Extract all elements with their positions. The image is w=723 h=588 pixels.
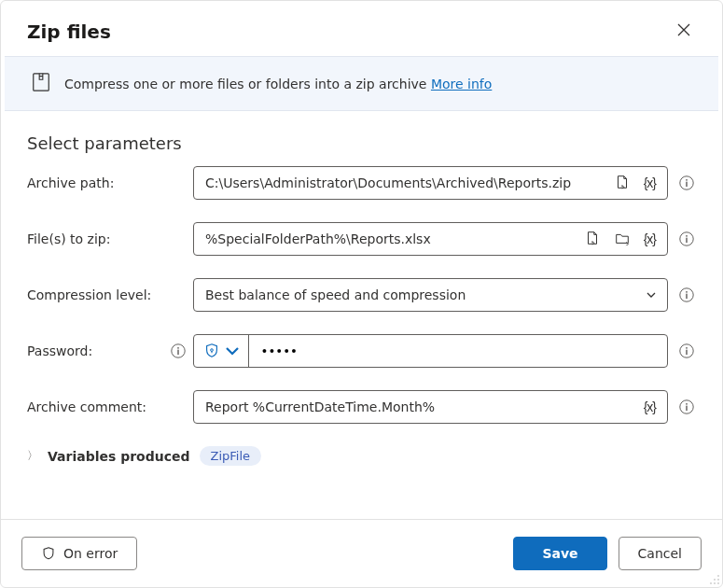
titlebar: Zip files <box>1 1 722 56</box>
zip-files-dialog: Zip files Compress one or more files or … <box>0 0 723 588</box>
svg-point-5 <box>686 235 688 237</box>
variables-produced-row[interactable]: 〉 Variables produced ZipFile <box>27 446 696 466</box>
close-icon <box>677 23 690 36</box>
files-to-zip-field[interactable]: {x} <box>193 222 668 256</box>
svg-rect-9 <box>686 294 687 299</box>
variable-picker-button[interactable]: {x} <box>640 228 660 250</box>
shield-icon <box>203 343 220 359</box>
chevron-right-icon: 〉 <box>27 448 38 464</box>
save-button[interactable]: Save <box>513 537 606 570</box>
info-icon[interactable] <box>677 286 696 304</box>
chevron-down-icon <box>645 288 658 301</box>
variable-pill[interactable]: ZipFile <box>200 446 262 466</box>
footer: On error Save Cancel <box>1 519 722 587</box>
password-field[interactable] <box>193 334 668 368</box>
banner-text: Compress one or more files or folders in… <box>64 77 492 91</box>
label-compression-level: Compression level: <box>27 287 193 302</box>
row-compression-level: Compression level: Best balance of speed… <box>27 278 696 312</box>
svg-point-18 <box>686 403 688 405</box>
braces-icon: {x} <box>644 399 656 414</box>
svg-point-22 <box>717 579 719 581</box>
archive-comment-input[interactable] <box>205 399 640 414</box>
on-error-button[interactable]: On error <box>21 537 137 570</box>
label-files-to-zip: File(s) to zip: <box>27 231 193 246</box>
svg-rect-19 <box>686 406 687 411</box>
section-heading: Select parameters <box>27 133 696 153</box>
info-banner: Compress one or more files or folders in… <box>5 56 718 111</box>
content-area: Select parameters Archive path: {x} <box>1 111 722 519</box>
svg-rect-16 <box>686 350 687 355</box>
row-password: Password: <box>27 334 696 368</box>
row-archive-comment: Archive comment: {x} <box>27 390 696 424</box>
file-arrow-icon <box>614 174 631 190</box>
svg-point-20 <box>717 575 719 577</box>
more-info-link[interactable]: More info <box>431 77 492 91</box>
dialog-title: Zip files <box>27 21 111 43</box>
svg-point-15 <box>686 347 688 349</box>
label-password: Password: <box>27 343 92 358</box>
folder-arrow-icon <box>614 230 631 246</box>
password-mode-dropdown[interactable] <box>194 335 249 367</box>
svg-point-25 <box>717 582 719 584</box>
info-icon[interactable] <box>677 174 696 192</box>
compression-level-value: Best balance of speed and compression <box>205 287 466 302</box>
select-file-button[interactable] <box>580 226 605 253</box>
files-to-zip-input[interactable] <box>205 231 580 246</box>
svg-point-8 <box>686 291 688 293</box>
row-archive-path: Archive path: {x} <box>27 166 696 200</box>
svg-point-23 <box>710 582 712 584</box>
select-folder-button[interactable] <box>610 226 634 253</box>
compression-level-select[interactable]: Best balance of speed and compression <box>193 278 668 312</box>
svg-point-11 <box>177 347 179 349</box>
select-file-button[interactable] <box>610 170 634 197</box>
password-input[interactable] <box>260 343 656 359</box>
label-archive-comment: Archive comment: <box>27 399 193 414</box>
resize-grip-icon[interactable] <box>707 572 720 585</box>
variable-picker-button[interactable]: {x} <box>640 396 660 418</box>
svg-rect-12 <box>177 350 178 355</box>
svg-point-24 <box>714 582 716 584</box>
row-files-to-zip: File(s) to zip: {x} <box>27 222 696 256</box>
info-icon[interactable] <box>677 398 696 416</box>
variables-produced-label: Variables produced <box>48 449 190 464</box>
chevron-down-icon <box>224 343 241 359</box>
braces-icon: {x} <box>644 175 656 190</box>
info-icon[interactable] <box>677 230 696 248</box>
svg-rect-6 <box>686 238 687 243</box>
close-button[interactable] <box>672 18 696 45</box>
info-icon[interactable] <box>169 342 188 360</box>
svg-point-2 <box>686 179 688 181</box>
svg-point-13 <box>211 349 214 352</box>
archive-path-input[interactable] <box>205 175 610 190</box>
file-arrow-icon <box>584 230 601 246</box>
svg-point-21 <box>714 579 716 581</box>
cancel-button[interactable]: Cancel <box>619 537 702 570</box>
archive-comment-field[interactable]: {x} <box>193 390 668 424</box>
braces-icon: {x} <box>644 231 656 246</box>
info-icon[interactable] <box>677 342 696 360</box>
svg-rect-3 <box>686 182 687 187</box>
variable-picker-button[interactable]: {x} <box>640 172 660 194</box>
shield-outline-icon <box>41 546 56 561</box>
archive-path-field[interactable]: {x} <box>193 166 668 200</box>
label-archive-path: Archive path: <box>27 175 193 190</box>
zip-archive-icon <box>31 72 51 95</box>
